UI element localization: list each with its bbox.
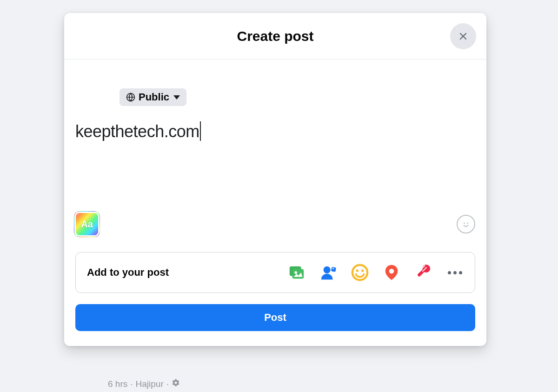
svg-point-11 <box>361 270 364 272</box>
add-to-post-section: Add to your post <box>75 252 475 293</box>
smiley-icon <box>460 219 472 230</box>
meta-separator: · <box>166 379 169 389</box>
svg-point-2 <box>467 223 468 224</box>
svg-point-1 <box>464 223 465 224</box>
compose-area[interactable]: keepthetech.com <box>75 106 475 207</box>
text-cursor <box>200 121 201 141</box>
feeling-button[interactable] <box>351 264 369 281</box>
meta-separator: · <box>130 379 133 389</box>
background-timestamp: 6 hrs <box>108 379 127 389</box>
privacy-selector[interactable]: Public <box>120 88 186 106</box>
svg-point-6 <box>324 266 331 273</box>
post-button-label: Post <box>264 312 286 324</box>
close-button[interactable] <box>450 23 476 49</box>
tag-people-button[interactable] <box>319 264 337 281</box>
svg-point-8 <box>332 268 334 269</box>
background-color-button[interactable]: Aa <box>74 211 100 237</box>
close-icon <box>457 30 469 42</box>
dialog-title: Create post <box>237 28 313 44</box>
aa-label: Aa <box>81 219 93 230</box>
background-location: Hajipur <box>136 379 164 389</box>
dialog-body: Public keepthetech.com Aa Add to you <box>64 60 486 346</box>
photo-video-icon <box>288 263 306 282</box>
add-to-post-icons <box>288 264 464 281</box>
dialog-header: Create post <box>64 13 486 60</box>
photo-video-button[interactable] <box>288 264 306 281</box>
svg-rect-7 <box>331 267 336 272</box>
more-icon <box>448 271 462 274</box>
caret-down-icon <box>173 95 180 100</box>
location-pin-icon <box>383 263 400 282</box>
compose-text[interactable]: keepthetech.com <box>75 122 475 142</box>
post-button[interactable]: Post <box>75 304 475 331</box>
feeling-icon <box>351 263 369 282</box>
compose-text-value: keepthetech.com <box>75 122 199 141</box>
live-video-button[interactable] <box>414 264 432 281</box>
compose-footer-row: Aa <box>75 211 475 237</box>
svg-point-10 <box>356 270 359 272</box>
tag-people-icon <box>319 263 337 282</box>
svg-point-5 <box>294 271 297 274</box>
more-options-button[interactable] <box>446 264 464 281</box>
background-post-meta: 6 hrs · Hajipur · <box>108 379 180 389</box>
gear-icon <box>172 379 180 389</box>
emoji-picker-button[interactable] <box>457 215 475 233</box>
privacy-row: Public <box>75 71 475 106</box>
svg-point-12 <box>389 269 394 273</box>
globe-icon <box>126 93 135 102</box>
check-in-button[interactable] <box>383 264 400 281</box>
create-post-dialog: Create post Public keepthetech.com Aa <box>64 13 486 346</box>
microphone-icon <box>414 263 432 282</box>
privacy-label: Public <box>139 91 169 103</box>
add-to-post-label: Add to your post <box>87 266 169 279</box>
svg-rect-4 <box>292 269 304 279</box>
